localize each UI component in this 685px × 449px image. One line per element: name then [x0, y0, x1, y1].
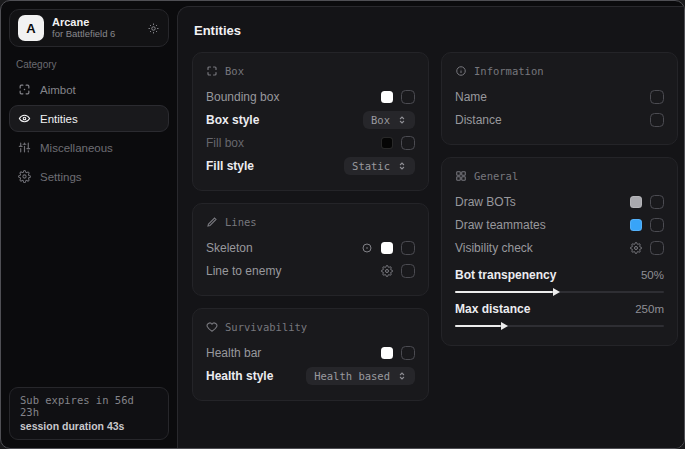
- checkbox[interactable]: [650, 90, 664, 104]
- setting-row-name: Name: [455, 86, 664, 108]
- setting-label: Fill style: [206, 159, 254, 173]
- box-style-dropdown[interactable]: Box: [363, 111, 415, 129]
- setting-label: Health style: [206, 369, 273, 383]
- gear-icon: [18, 170, 31, 183]
- setting-row-box-style: Box style Box: [206, 109, 415, 131]
- setting-row-bounding-box: Bounding box: [206, 86, 415, 108]
- target-icon[interactable]: [361, 242, 373, 254]
- setting-label: Skeleton: [206, 241, 253, 255]
- section-title: Box: [225, 65, 244, 77]
- box-brackets-icon: [206, 65, 218, 77]
- dropdown-value: Box: [371, 114, 390, 126]
- checkbox[interactable]: [401, 264, 415, 278]
- color-swatch[interactable]: [381, 242, 393, 254]
- brand-card[interactable]: A Arcane for Battlefield 6: [9, 9, 169, 47]
- setting-row-draw-teammates: Draw teammates: [455, 214, 664, 236]
- slider-label: Max distance: [455, 302, 530, 316]
- setting-row-health-style: Health style Health based: [206, 365, 415, 387]
- max-distance-control: Max distance 250m: [455, 300, 664, 327]
- section-title: General: [474, 170, 518, 182]
- checkbox[interactable]: [650, 113, 664, 127]
- setting-row-draw-bots: Draw BOTs: [455, 191, 664, 213]
- sidebar-item-label: Settings: [40, 171, 82, 183]
- brand-meta: Arcane for Battlefield 6: [52, 16, 139, 40]
- slider-fill: [455, 291, 553, 293]
- slider-thumb[interactable]: [501, 322, 508, 330]
- color-swatch[interactable]: [630, 196, 642, 208]
- chevron-updown-icon: [397, 371, 407, 381]
- checkbox[interactable]: [650, 218, 664, 232]
- slider-thumb[interactable]: [553, 288, 560, 296]
- slider-fill: [455, 325, 501, 327]
- setting-label: Name: [455, 90, 487, 104]
- information-section: Information Name Distance: [441, 52, 678, 145]
- setting-label: Visibility check: [455, 241, 533, 255]
- gear-icon[interactable]: [381, 265, 393, 277]
- setting-row-distance: Distance: [455, 109, 664, 131]
- setting-label: Bounding box: [206, 90, 279, 104]
- category-label: Category: [16, 59, 177, 70]
- section-title: Information: [474, 65, 544, 77]
- grid-icon: [455, 170, 467, 182]
- gear-icon[interactable]: [630, 242, 642, 254]
- max-distance-slider[interactable]: [455, 325, 664, 327]
- dropdown-value: Static: [352, 160, 390, 172]
- pencil-icon: [206, 216, 218, 228]
- sub-expires-text: Sub expires in 56d 23h: [20, 394, 158, 418]
- checkbox[interactable]: [650, 195, 664, 209]
- sidebar-item-settings[interactable]: Settings: [9, 163, 169, 190]
- app-subtitle: for Battlefield 6: [52, 29, 139, 40]
- sliders-icon: [18, 141, 31, 154]
- left-column: Box Bounding box Box style Box: [192, 52, 429, 413]
- sidebar: A Arcane for Battlefield 6 Category Aimb…: [1, 1, 177, 448]
- checkbox[interactable]: [401, 90, 415, 104]
- dropdown-value: Health based: [314, 370, 390, 382]
- lines-section: Lines Skeleton Line to enemy: [192, 203, 429, 296]
- setting-label: Health bar: [206, 346, 261, 360]
- color-swatch[interactable]: [630, 219, 642, 231]
- box-section: Box Bounding box Box style Box: [192, 52, 429, 191]
- setting-label: Draw BOTs: [455, 195, 516, 209]
- app-window: A Arcane for Battlefield 6 Category Aimb…: [0, 0, 685, 449]
- slider-value: 50%: [641, 269, 664, 281]
- session-duration-text: session duration 43s: [20, 420, 158, 432]
- setting-row-health-bar: Health bar: [206, 342, 415, 364]
- setting-label: Draw teammates: [455, 218, 546, 232]
- heart-icon: [206, 321, 218, 333]
- checkbox[interactable]: [650, 241, 664, 255]
- setting-label: Distance: [455, 113, 502, 127]
- setting-row-skeleton: Skeleton: [206, 237, 415, 259]
- setting-label: Line to enemy: [206, 264, 281, 278]
- checkbox[interactable]: [401, 136, 415, 150]
- sidebar-item-label: Miscellaneous: [40, 142, 113, 154]
- section-title: Survivability: [225, 321, 307, 333]
- health-style-dropdown[interactable]: Health based: [306, 367, 415, 385]
- crosshair-icon: [18, 83, 31, 96]
- sidebar-item-miscellaneous[interactable]: Miscellaneous: [9, 134, 169, 161]
- subscription-info: Sub expires in 56d 23h session duration …: [9, 387, 169, 440]
- color-swatch[interactable]: [381, 137, 393, 149]
- bot-transparency-slider[interactable]: [455, 291, 664, 293]
- setting-label: Box style: [206, 113, 259, 127]
- slider-value: 250m: [635, 303, 664, 315]
- setting-row-visibility-check: Visibility check: [455, 237, 664, 259]
- checkbox[interactable]: [401, 241, 415, 255]
- slider-label: Bot transpenency: [455, 268, 556, 282]
- chevron-updown-icon: [397, 161, 407, 171]
- checkbox[interactable]: [401, 346, 415, 360]
- sidebar-item-entities[interactable]: Entities: [9, 105, 169, 132]
- eye-icon: [18, 112, 31, 125]
- general-section: General Draw BOTs Draw teammates: [441, 157, 678, 346]
- color-swatch[interactable]: [381, 91, 393, 103]
- setting-row-fill-box: Fill box: [206, 132, 415, 154]
- page-title: Entities: [194, 23, 670, 38]
- avatar: A: [18, 15, 44, 41]
- app-title: Arcane: [52, 16, 139, 29]
- chevron-updown-icon: [397, 115, 407, 125]
- sidebar-item-label: Entities: [40, 113, 78, 125]
- gear-icon[interactable]: [147, 22, 160, 35]
- color-swatch[interactable]: [381, 347, 393, 359]
- sidebar-item-label: Aimbot: [40, 84, 76, 96]
- sidebar-item-aimbot[interactable]: Aimbot: [9, 76, 169, 103]
- fill-style-dropdown[interactable]: Static: [344, 157, 415, 175]
